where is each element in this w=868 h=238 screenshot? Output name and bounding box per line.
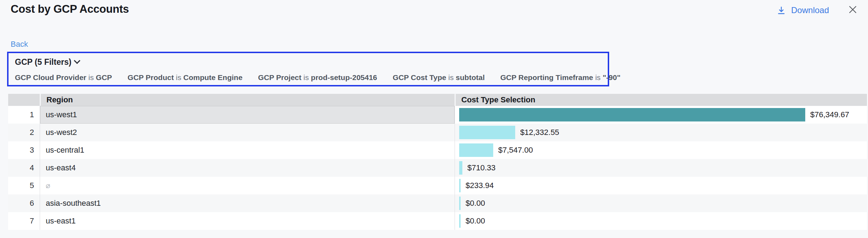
cost-chart-cell: $0.00 [455,212,867,230]
cost-chart-cell: $233.94 [455,177,867,194]
filter-summary-label: GCP (5 Filters) [15,57,71,67]
table-row: 1us-west1$76,349.67 [8,106,867,124]
cost-bar[interactable] [459,126,515,139]
chevron-down-icon [74,57,80,64]
page-title: Cost by GCP Accounts [11,3,129,16]
top-actions: Download [777,4,858,16]
cost-bar[interactable] [459,161,462,175]
download-icon [777,6,786,15]
cost-value-label: $233.94 [466,181,494,190]
filter-item[interactable]: GCP Product is Compute Engine [128,73,243,82]
close-button[interactable] [847,4,858,16]
row-index: 4 [8,159,40,177]
filter-value: Compute Engine [183,73,243,81]
cost-bar[interactable] [459,108,805,121]
table-row: 5⌀$233.94 [8,177,867,194]
cost-bar[interactable] [459,214,461,228]
filter-field-name: GCP Cloud Provider [15,73,86,81]
row-index: 7 [8,212,40,230]
filter-value: "-90" [603,73,621,81]
region-cell[interactable]: asia-southeast1 [40,194,455,212]
cost-chart-cell: $0.00 [455,194,867,212]
table-row: 6asia-southeast1$0.00 [8,194,867,212]
cost-chart-cell: $710.33 [455,159,867,177]
filter-item[interactable]: GCP Cost Type is subtotal [393,73,485,82]
column-header-region: Region [40,94,455,106]
table-row: 3us-central1$7,547.00 [8,141,867,159]
back-link[interactable]: Back [11,40,28,49]
cost-bar[interactable] [459,143,493,157]
close-icon [847,4,858,16]
row-index: 3 [8,141,40,159]
region-cell[interactable]: us-east4 [40,159,455,177]
cost-chart-cell: $12,332.55 [455,124,867,141]
region-cell[interactable]: us-west1 [40,106,455,124]
table-body: 1us-west1$76,349.672us-west2$12,332.553u… [8,106,867,230]
filter-item[interactable]: GCP Project is prod-setup-205416 [258,73,377,82]
cost-value-label: $12,332.55 [520,128,559,137]
filter-item[interactable]: GCP Reporting Timeframe is "-90" [500,73,621,82]
filter-field-name: GCP Reporting Timeframe [500,73,593,81]
row-index: 2 [8,124,40,141]
column-header-index [8,94,40,106]
region-cell[interactable]: us-west2 [40,124,455,141]
cost-table: Region Cost Type Selection 1us-west1$76,… [8,94,867,230]
cost-value-label: $710.33 [467,163,496,172]
filter-field-name: GCP Project [258,73,301,81]
cost-value-label: $0.00 [466,199,485,208]
region-cell[interactable]: ⌀ [40,177,455,194]
table-row: 7us-east1$0.00 [8,212,867,230]
cost-chart-cell: $76,349.67 [455,106,867,124]
filter-operator: is [301,73,311,81]
filter-box: GCP (5 Filters) GCP Cloud Provider is GC… [7,52,609,86]
download-label: Download [791,5,829,15]
table-header: Region Cost Type Selection [8,94,867,106]
filter-value: prod-setup-205416 [311,73,377,81]
filter-operator: is [446,73,456,81]
filter-operator: is [593,73,603,81]
filter-item[interactable]: GCP Cloud Provider is GCP [15,73,112,82]
row-index: 5 [8,177,40,194]
download-button[interactable]: Download [777,5,829,15]
row-index: 6 [8,194,40,212]
cost-value-label: $76,349.67 [810,110,849,119]
cost-value-label: $0.00 [466,216,485,226]
filter-field-name: GCP Product [128,73,174,81]
region-cell[interactable]: us-east1 [40,212,455,230]
filter-field-name: GCP Cost Type [393,73,446,81]
filter-operator: is [86,73,96,81]
cost-bar[interactable] [459,197,461,210]
filter-value: GCP [96,73,112,81]
cost-chart-cell: $7,547.00 [455,141,867,159]
row-index: 1 [8,106,40,124]
cost-panel: Cost by GCP Accounts Download Back [0,0,868,238]
filter-summary-toggle[interactable]: GCP (5 Filters) [15,57,80,67]
region-cell[interactable]: us-central1 [40,141,455,159]
cost-bar[interactable] [459,179,461,192]
table-row: 2us-west2$12,332.55 [8,124,867,141]
filter-value: subtotal [456,73,485,81]
cost-value-label: $7,547.00 [498,146,533,155]
filter-operator: is [174,73,183,81]
filter-items: GCP Cloud Provider is GCPGCP Product is … [15,73,601,82]
table-row: 4us-east4$710.33 [8,159,867,177]
column-header-cost-type-selection: Cost Type Selection [455,94,867,106]
